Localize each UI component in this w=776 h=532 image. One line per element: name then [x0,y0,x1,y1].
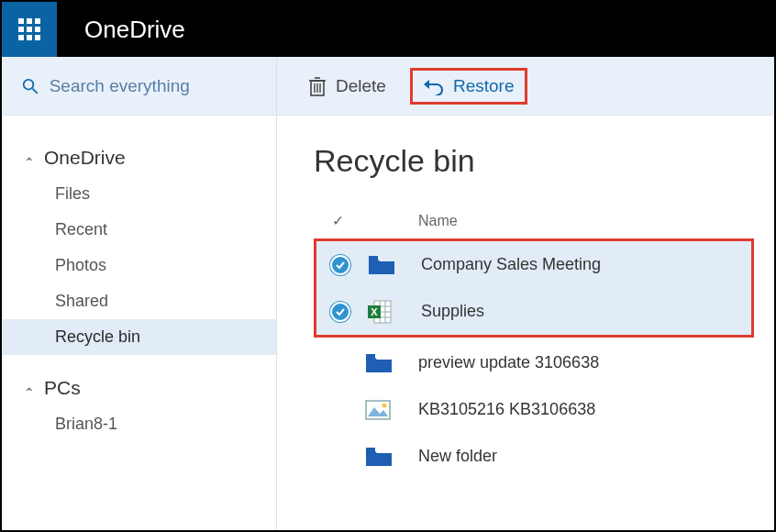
delete-button[interactable]: Delete [297,71,397,102]
item-name: New folder [418,447,754,466]
nav-item-recycle-bin[interactable]: Recycle bin [2,319,276,355]
list-item[interactable]: preview update 3106638 [314,339,754,386]
item-name: KB3105216 KB3106638 [418,400,754,419]
column-headers: ✓ Name [314,206,754,238]
checkmark-icon[interactable] [330,255,350,275]
restore-button[interactable]: Restore [413,71,526,102]
nav-item-photos[interactable]: Photos [2,248,276,283]
svg-marker-8 [424,80,429,89]
brand-title: OneDrive [84,16,185,44]
list-item[interactable]: Company Sales Meeting [316,241,751,288]
nav-group-label: OneDrive [44,147,126,169]
search-bar[interactable] [2,57,276,116]
list-item[interactable]: X Supplies [316,288,751,335]
restore-label: Restore [453,76,515,96]
excel-icon: X [368,300,392,324]
nav-item-shared[interactable]: Shared [2,283,276,319]
column-name[interactable]: Name [418,213,754,229]
nav-item-recent[interactable]: Recent [2,212,276,248]
search-icon [22,77,39,95]
chevron-up-icon [24,377,35,399]
chevron-up-icon [24,147,35,169]
nav-group-label: PCs [44,377,81,399]
svg-rect-22 [366,448,375,452]
main: Delete Restore Recycle bin ✓ Name [277,57,774,530]
svg-line-1 [32,88,37,93]
nav-group-pcs[interactable]: PCs [2,370,276,406]
svg-rect-18 [366,354,375,359]
restore-highlight-box: Restore [410,68,528,105]
column-check[interactable]: ✓ [314,212,361,229]
folder-icon [368,255,395,275]
svg-point-21 [382,403,387,407]
checkmark-icon[interactable] [330,302,350,322]
toolbar: Delete Restore [277,57,774,116]
svg-point-0 [24,79,34,89]
nav-item-pc[interactable]: Brian8-1 [2,406,276,442]
delete-label: Delete [336,76,386,96]
image-icon [365,400,391,420]
sidebar: OneDrive Files Recent Photos Shared Recy… [2,57,277,530]
page-title: Recycle bin [314,143,754,179]
folder-icon [365,447,393,467]
item-name: Supplies [421,302,751,321]
item-name: preview update 3106638 [418,353,754,372]
svg-text:X: X [371,306,378,317]
selection-highlight-box: Company Sales Meeting [314,238,754,338]
trash-icon [308,76,327,96]
waffle-icon [18,18,40,40]
list-item[interactable]: KB3105216 KB3106638 [314,386,754,433]
item-name: Company Sales Meeting [421,255,751,274]
nav[interactable]: OneDrive Files Recent Photos Shared Recy… [2,116,276,530]
svg-rect-9 [369,256,378,260]
list-item[interactable]: New folder [314,433,754,480]
content: Recycle bin ✓ Name Company [277,116,774,530]
undo-icon [424,77,444,95]
app-launcher-button[interactable] [2,2,57,57]
nav-item-files[interactable]: Files [2,176,276,212]
search-input[interactable] [50,76,256,96]
folder-icon [365,353,393,373]
app-header: OneDrive [2,2,774,57]
nav-group-onedrive[interactable]: OneDrive [2,139,276,176]
